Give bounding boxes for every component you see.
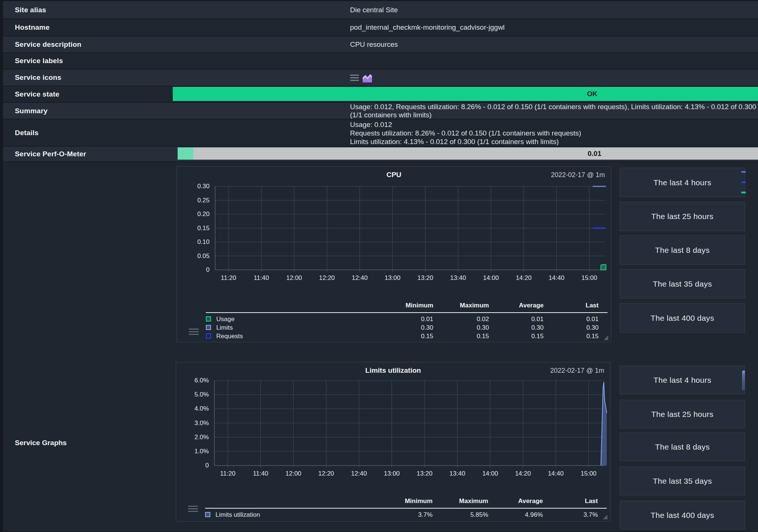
x-tick-label: 15:00 [581,470,597,477]
row-service-state: Service state OK [3,87,758,103]
limits-graph-x-axis: 11:2011:4012:0012:2012:4013:0013:2013:40… [214,470,607,477]
range-button-label: The last 400 days [651,314,714,323]
x-tick-label: 11:20 [221,274,236,282]
cpu-graph-menu-icon[interactable] [189,329,199,336]
x-tick-label: 12:20 [319,274,335,282]
series-stat-value: 3.7% [542,511,598,519]
y-tick-label: 0.05 [176,252,210,260]
cpu-graph-timestamp: 2022-02-17 @ 1m [551,171,605,179]
limits-utilization-graph-card: Limits utilization 2022-02-17 @ 1m 6.0%5… [176,362,610,522]
hostname-label: Hostname [3,19,176,36]
x-tick-label: 13:20 [417,470,433,477]
limits-range-last-25-hours[interactable]: The last 25 hours [620,400,745,428]
service-graph-icon[interactable] [362,73,372,83]
row-service-labels: Service labels [3,53,758,69]
details-line-3: Limits utilization: 4.13% - 0.012 of 0.3… [350,137,758,146]
y-tick-label: 5.0% [175,391,209,398]
legend-column-header: Maximum [433,302,489,309]
limits-graph-timestamp: 2022-02-17 @ 1m [550,367,604,375]
range-button-label: The last 400 days [651,511,714,520]
limits-range-last-400-days[interactable]: The last 400 days [620,501,745,529]
limits-range-last-8-days[interactable]: The last 8 days [620,433,745,461]
service-description-value: CPU resources [176,36,758,52]
range-button-label: The last 25 hours [651,212,713,221]
perfometer-value: 0.01 [588,150,602,158]
row-service-description: Service description CPU resources [3,36,758,53]
range-button-label: The last 4 hours [654,376,711,385]
service-labels-label: Service labels [3,53,176,69]
limits-graph-menu-icon[interactable] [188,506,198,513]
range-button-label: The last 35 days [653,477,712,486]
mini-requests-mark [741,182,746,183]
series-stat-value: 0.30 [378,324,433,332]
service-labels-value [176,53,758,69]
limits-legend-rows: Limits utilization3.7%5.85%4.96%3.7% [176,511,607,519]
y-tick-label: 0 [175,462,209,469]
series-stat-value: 0.30 [543,324,599,332]
series-label: Limits [216,324,233,332]
summary-value: Usage: 0.012, Requests utilization: 8.26… [176,103,758,119]
service-detail-table: Site alias Die central Site Hostname pod… [3,0,758,532]
series-stat-value: 5.85% [433,511,488,519]
y-tick-label: 0.15 [176,225,210,232]
service-state-label: Service state [3,87,176,102]
cpu-graph-title: CPU [177,171,611,179]
series-swatch-icon [206,333,211,339]
legend-column-header: Maximum [433,497,488,505]
limits-range-last-4-hours[interactable]: The last 4 hours [620,366,745,394]
series-stat-value: 0.30 [488,324,544,332]
details-label: Details [3,120,176,146]
limits-legend-divider [205,508,607,509]
x-tick-label: 14:40 [548,470,564,477]
x-tick-label: 12:00 [286,274,302,282]
cpu-range-last-8-days[interactable]: The last 8 days [620,235,745,265]
x-tick-label: 15:00 [582,274,597,282]
perfometer-bar[interactable]: 0.01 [178,147,758,160]
legend-column-header: Last [543,302,599,309]
row-service-graphs: Service Graphs CPU 2022-02-17 @ 1m 0.300… [3,162,758,532]
limits-range-last-35-days[interactable]: The last 35 days [620,467,745,495]
y-tick-label: 6.0% [175,377,209,384]
mini-spike-mark [742,371,745,390]
y-tick-label: 0 [176,266,210,274]
cpu-range-last-35-days[interactable]: The last 35 days [620,269,745,298]
series-stat-value: 0.15 [543,333,599,340]
perfometer-label: Service Perf-O-Meter [3,147,176,161]
x-tick-label: 14:00 [483,274,499,282]
row-site-alias: Site alias Die central Site [3,0,758,19]
mini-usage-mark [741,192,746,193]
details-value: Usage: 0.012 Requests utilization: 8.26%… [176,120,758,146]
x-tick-label: 14:40 [548,274,564,282]
series-label: Requests [216,333,243,340]
limits-graph-plot[interactable]: 6.0%5.0%4.0%3.0%2.0%1.0%0 11:2011:4012:0… [214,381,607,466]
legend-column-header: Average [487,497,543,505]
cpu-graph-plot[interactable]: 0.300.250.200.150.100.050 11:2011:4012:0… [215,186,608,270]
limits-graph-y-axis: 6.0%5.0%4.0%3.0%2.0%1.0%0 [175,381,209,466]
y-tick-label: 0.25 [176,197,210,204]
legend-row: Usage0.010.020.010.01 [177,315,608,324]
y-tick-label: 0.30 [176,183,210,190]
range-button-label: The last 8 days [655,443,710,451]
cpu-range-last-400-days[interactable]: The last 400 days [620,303,745,333]
y-tick-label: 1.0% [175,448,209,455]
cpu-graph-resize-handle[interactable] [603,334,608,340]
summary-label: Summary [3,103,176,119]
hostname-value: pod_internal_checkmk-monitoring_cadvisor… [176,19,758,36]
mini-limits-mark [741,171,746,173]
x-tick-label: 14:20 [516,274,532,282]
x-tick-label: 12:40 [352,274,368,282]
x-tick-label: 13:20 [417,274,433,282]
range-button-label: The last 4 hours [654,178,711,187]
cpu-graph-y-axis: 0.300.250.200.150.100.050 [176,186,210,270]
cpu-range-last-25-hours[interactable]: The last 25 hours [620,202,745,231]
x-tick-label: 13:40 [450,470,466,477]
cpu-range-last-4-hours[interactable]: The last 4 hours [620,168,745,197]
range-button-label: The last 25 hours [651,410,713,419]
limits-graph-resize-handle[interactable] [602,514,608,519]
perfometer-fill [178,147,193,160]
menu-icon[interactable] [350,73,359,82]
service-state-bar: OK [173,87,758,101]
series-swatch-icon [206,325,211,330]
y-tick-label: 0.10 [176,238,210,246]
series-label: Limits utilization [216,511,260,519]
